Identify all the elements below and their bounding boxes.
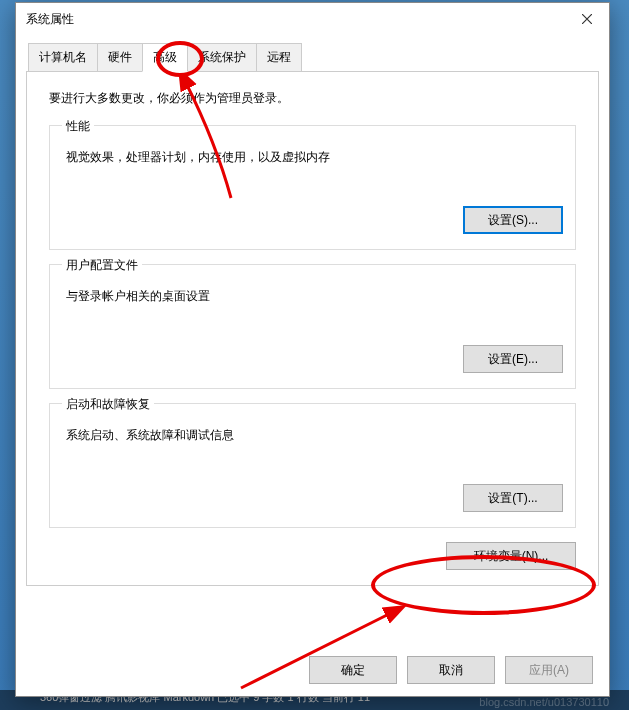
tab-strip: 计算机名 硬件 高级 系统保护 远程 <box>26 43 599 72</box>
environment-variables-button[interactable]: 环境变量(N)... <box>446 542 576 570</box>
close-icon <box>582 14 592 24</box>
dialog-body: 计算机名 硬件 高级 系统保护 远程 要进行大多数更改，你必须作为管理员登录。 … <box>16 35 609 696</box>
user-profiles-title: 用户配置文件 <box>62 257 142 274</box>
startup-recovery-group: 启动和故障恢复 系统启动、系统故障和调试信息 设置(T)... <box>49 403 576 528</box>
startup-recovery-title: 启动和故障恢复 <box>62 396 154 413</box>
admin-note: 要进行大多数更改，你必须作为管理员登录。 <box>49 90 576 107</box>
performance-settings-button[interactable]: 设置(S)... <box>463 206 563 234</box>
user-profiles-group: 用户配置文件 与登录帐户相关的桌面设置 设置(E)... <box>49 264 576 389</box>
tab-advanced[interactable]: 高级 <box>142 43 188 72</box>
system-properties-dialog: 系统属性 计算机名 硬件 高级 系统保护 远程 要进行大多数更改，你必须作为管理… <box>15 2 610 697</box>
cancel-button[interactable]: 取消 <box>407 656 495 684</box>
tab-computer-name[interactable]: 计算机名 <box>28 43 98 71</box>
startup-recovery-desc: 系统启动、系统故障和调试信息 <box>66 427 563 444</box>
watermark: blog.csdn.net/u013730110 <box>479 696 609 708</box>
close-button[interactable] <box>564 3 609 35</box>
tab-system-protection[interactable]: 系统保护 <box>187 43 257 71</box>
user-profiles-settings-button[interactable]: 设置(E)... <box>463 345 563 373</box>
titlebar: 系统属性 <box>16 3 609 35</box>
apply-button[interactable]: 应用(A) <box>505 656 593 684</box>
tab-hardware[interactable]: 硬件 <box>97 43 143 71</box>
dialog-button-row: 确定 取消 应用(A) <box>309 656 593 684</box>
user-profiles-desc: 与登录帐户相关的桌面设置 <box>66 288 563 305</box>
tab-remote[interactable]: 远程 <box>256 43 302 71</box>
performance-title: 性能 <box>62 118 94 135</box>
window-title: 系统属性 <box>26 11 564 28</box>
tab-panel-advanced: 要进行大多数更改，你必须作为管理员登录。 性能 视觉效果，处理器计划，内存使用，… <box>26 72 599 586</box>
ok-button[interactable]: 确定 <box>309 656 397 684</box>
startup-recovery-settings-button[interactable]: 设置(T)... <box>463 484 563 512</box>
performance-desc: 视觉效果，处理器计划，内存使用，以及虚拟内存 <box>66 149 563 166</box>
performance-group: 性能 视觉效果，处理器计划，内存使用，以及虚拟内存 设置(S)... <box>49 125 576 250</box>
